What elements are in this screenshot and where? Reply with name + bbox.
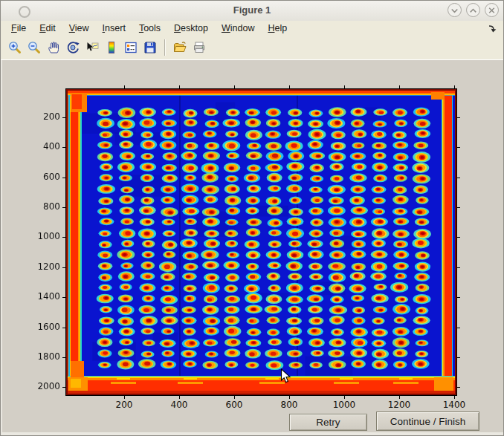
x-tick-label: 1000 bbox=[328, 400, 361, 410]
figure-window: Figure 1 FileEditViewInsertToolsDesktopW… bbox=[0, 0, 504, 436]
y-tick-right bbox=[457, 297, 460, 298]
y-tick-right bbox=[457, 357, 460, 358]
x-tick bbox=[124, 396, 125, 399]
y-tick bbox=[62, 207, 65, 208]
zoom-in-icon[interactable] bbox=[5, 39, 25, 56]
retry-button[interactable]: Retry bbox=[289, 414, 367, 431]
toolbar-separator bbox=[164, 39, 166, 56]
y-tick bbox=[62, 237, 65, 238]
y-tick-label: 600 bbox=[26, 172, 60, 182]
menu-tools[interactable]: Tools bbox=[132, 22, 167, 35]
y-tick-right bbox=[457, 328, 460, 328]
x-tick bbox=[179, 396, 180, 399]
y-tick bbox=[62, 328, 65, 328]
x-tick-label: 1200 bbox=[383, 400, 416, 410]
y-tick-right bbox=[457, 178, 460, 178]
window-title: Figure 1 bbox=[1, 4, 503, 16]
y-tick-label: 800 bbox=[26, 201, 60, 212]
x-tick-label: 200 bbox=[108, 400, 140, 410]
print-icon[interactable] bbox=[190, 39, 209, 56]
titlebar: Figure 1 bbox=[1, 1, 503, 22]
menu-desktop[interactable]: Desktop bbox=[167, 22, 215, 35]
y-tick-right bbox=[457, 147, 460, 148]
x-tick-top bbox=[179, 85, 180, 88]
y-tick-label: 1400 bbox=[26, 291, 60, 302]
x-tick-top bbox=[399, 85, 400, 88]
x-tick bbox=[234, 396, 235, 399]
figure-toolbar bbox=[1, 36, 503, 60]
y-tick-label: 1800 bbox=[26, 351, 60, 362]
y-tick-label: 1200 bbox=[26, 261, 60, 272]
y-tick-right bbox=[457, 387, 460, 388]
window-controls bbox=[448, 3, 499, 17]
window-bottom-edge bbox=[1, 432, 504, 436]
open-file-icon[interactable] bbox=[170, 39, 190, 56]
save-icon[interactable] bbox=[140, 39, 160, 56]
menu-items: FileEditViewInsertToolsDesktopWindowHelp bbox=[1, 22, 294, 35]
y-tick-label: 2000 bbox=[26, 381, 60, 391]
dock-figure-icon[interactable] bbox=[487, 23, 497, 33]
y-tick bbox=[62, 267, 65, 268]
menu-window[interactable]: Window bbox=[215, 22, 261, 35]
x-tick-top bbox=[454, 85, 455, 88]
x-tick-label: 400 bbox=[163, 400, 196, 410]
x-tick bbox=[344, 396, 345, 399]
x-tick bbox=[289, 396, 290, 399]
y-tick-label: 1600 bbox=[26, 322, 60, 332]
menu-edit[interactable]: Edit bbox=[33, 22, 62, 35]
zoom-out-icon[interactable] bbox=[25, 39, 44, 56]
y-tick-right bbox=[457, 207, 460, 208]
window-inner-edge bbox=[1, 60, 2, 436]
x-tick-label: 800 bbox=[273, 400, 306, 410]
y-tick-label: 400 bbox=[26, 141, 60, 152]
x-tick-top bbox=[124, 85, 125, 88]
menu-file[interactable]: File bbox=[4, 22, 33, 35]
insert-legend-icon[interactable] bbox=[121, 39, 140, 56]
y-tick bbox=[62, 357, 65, 358]
x-tick bbox=[399, 396, 400, 399]
axes-box bbox=[65, 88, 457, 396]
figure-canvas-area: 2004006008001000120014002004006008001000… bbox=[1, 60, 504, 436]
data-cursor-icon[interactable] bbox=[83, 39, 102, 56]
x-tick-top bbox=[289, 85, 290, 88]
microarray-image[interactable] bbox=[66, 89, 456, 395]
menu-help[interactable]: Help bbox=[261, 22, 294, 35]
pan-hand-icon[interactable] bbox=[44, 39, 63, 56]
y-tick-right bbox=[457, 237, 460, 238]
y-tick bbox=[62, 178, 65, 178]
y-tick bbox=[62, 297, 65, 298]
menu-insert[interactable]: Insert bbox=[96, 22, 132, 35]
maximize-window-button[interactable] bbox=[466, 3, 480, 17]
x-tick-label: 1400 bbox=[438, 400, 471, 410]
y-tick-right bbox=[457, 267, 460, 268]
colorbar-icon[interactable] bbox=[102, 39, 121, 56]
x-tick-top bbox=[234, 85, 235, 88]
y-tick-label: 200 bbox=[26, 111, 60, 122]
x-tick-top bbox=[344, 85, 345, 88]
continue-finish-button[interactable]: Continue / Finish bbox=[376, 411, 479, 431]
menu-bar: FileEditViewInsertToolsDesktopWindowHelp bbox=[1, 21, 503, 36]
x-tick-label: 600 bbox=[218, 400, 251, 410]
y-tick-right bbox=[457, 117, 460, 118]
x-tick bbox=[454, 396, 455, 399]
y-tick bbox=[62, 387, 65, 388]
y-tick-label: 1000 bbox=[26, 231, 60, 241]
close-window-button[interactable] bbox=[485, 3, 499, 17]
y-tick bbox=[62, 117, 65, 118]
menu-view[interactable]: View bbox=[62, 22, 96, 35]
rotate-3d-icon[interactable] bbox=[63, 39, 83, 56]
y-tick bbox=[62, 147, 65, 148]
shade-window-button[interactable] bbox=[448, 3, 462, 17]
